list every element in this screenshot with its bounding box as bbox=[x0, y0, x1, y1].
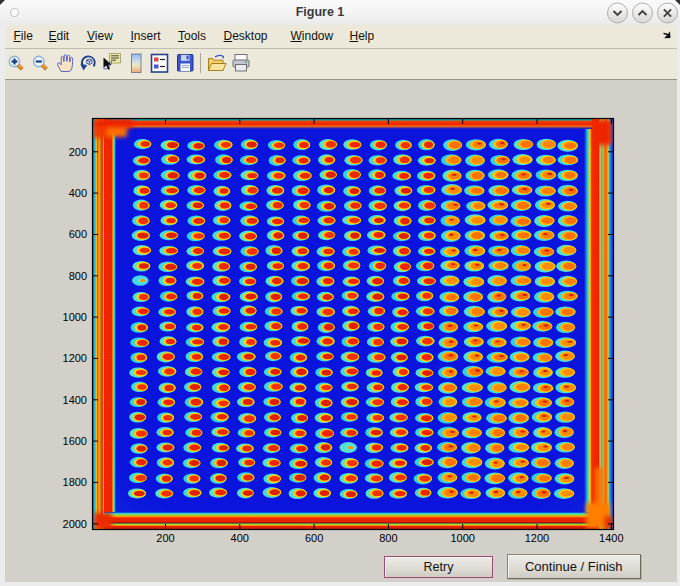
svg-text:800: 800 bbox=[69, 270, 87, 282]
svg-text:600: 600 bbox=[305, 532, 323, 544]
svg-text:600: 600 bbox=[69, 228, 87, 240]
svg-text:1800: 1800 bbox=[63, 476, 87, 488]
svg-text:400: 400 bbox=[231, 532, 249, 544]
svg-text:400: 400 bbox=[69, 187, 87, 199]
svg-text:2000: 2000 bbox=[63, 518, 87, 530]
svg-text:800: 800 bbox=[379, 532, 397, 544]
svg-text:1200: 1200 bbox=[525, 532, 549, 544]
svg-text:1200: 1200 bbox=[63, 352, 87, 364]
svg-text:1000: 1000 bbox=[63, 311, 87, 323]
svg-text:200: 200 bbox=[69, 146, 87, 158]
svg-text:200: 200 bbox=[156, 532, 174, 544]
svg-text:1000: 1000 bbox=[450, 532, 474, 544]
svg-text:1400: 1400 bbox=[63, 394, 87, 406]
svg-text:1600: 1600 bbox=[63, 435, 87, 447]
svg-text:1400: 1400 bbox=[599, 532, 623, 544]
